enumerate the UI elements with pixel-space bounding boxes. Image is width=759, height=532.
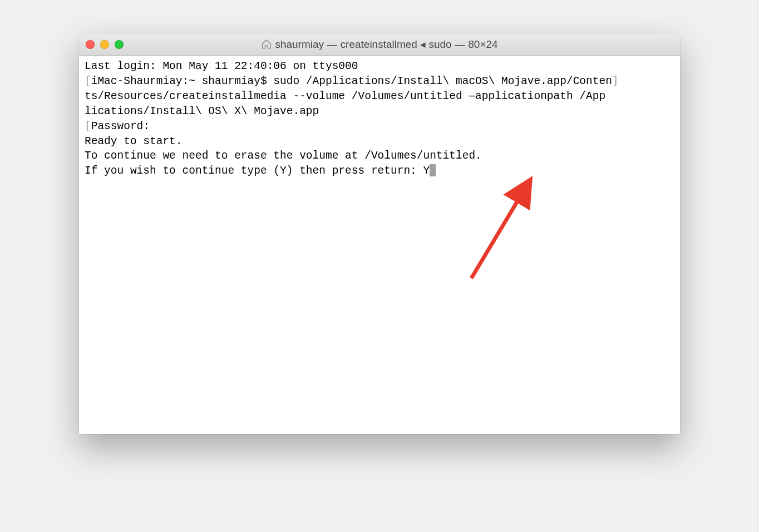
terminal-prompt: iMac-Shaurmiay:~ shaurmiay$ [91,75,274,87]
titlebar[interactable]: shaurmiay — createinstallmed ◂ sudo — 80… [79,33,680,56]
bracket-open: [ [85,75,91,87]
terminal-line: Ready to start. [85,135,183,147]
terminal-window: shaurmiay — createinstallmed ◂ sudo — 80… [79,33,680,434]
terminal-line: If you wish to continue type (Y) then pr… [85,165,430,177]
minimize-button[interactable] [100,40,109,49]
terminal-line: To continue we need to erase the volume … [85,150,482,162]
terminal-line: lications/Install\ OS\ X\ Mojave.app [85,105,319,117]
annotation-arrow [457,173,546,284]
terminal-command: sudo /Applications/Install\ macOS\ Mojav… [273,75,612,87]
traffic-lights [86,40,124,49]
bracket-open: [ [85,120,91,132]
terminal-line: Password: [91,120,150,132]
terminal-line: Last login: Mon May 11 22:40:06 on ttys0… [85,60,358,72]
cursor [430,164,436,176]
bracket-close: ] [612,75,619,87]
terminal-line: ts/Resources/createinstallmedia --volume… [85,90,605,102]
home-icon [261,39,272,50]
terminal-content[interactable]: Last login: Mon May 11 22:40:06 on ttys0… [79,56,680,434]
window-title: shaurmiay — createinstallmed ◂ sudo — 80… [261,38,497,51]
svg-line-1 [471,183,529,278]
close-button[interactable] [86,40,95,49]
window-title-text: shaurmiay — createinstallmed ◂ sudo — 80… [275,38,497,51]
maximize-button[interactable] [115,40,124,49]
